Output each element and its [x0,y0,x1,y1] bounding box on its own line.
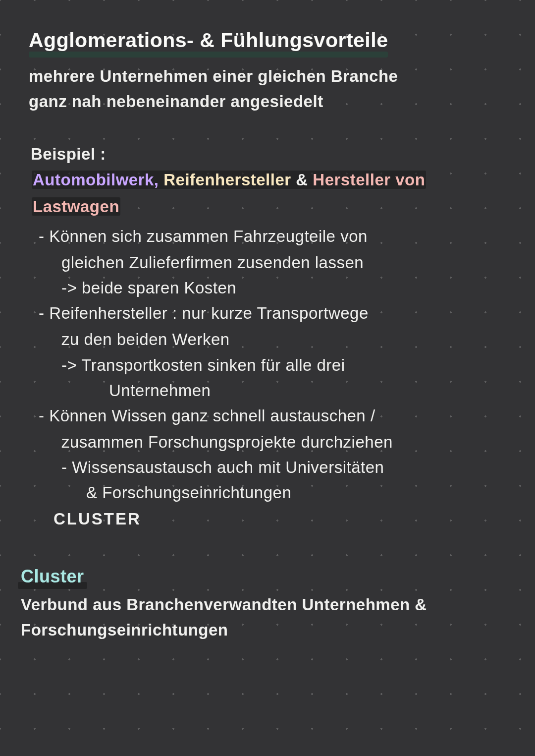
bullet-2-arrow-line-2: Unternehmen [39,378,506,403]
cluster-definition: Verbund aus Branchenverwandten Unternehm… [21,592,506,642]
cluster-capitals: CLUSTER [54,506,506,531]
bullet-3-line-2: zusammen Forschungsprojekte durchziehen [39,429,506,455]
example-highlight-row1: Automobilwerk, Reifenhersteller & Herste… [32,171,426,189]
subtitle: mehrere Unternehmen einer gleichen Branc… [29,63,506,114]
bullet-list: - Können sich zusammen Fahrzeugteile von… [39,224,506,532]
example-part-automobilwerk: Automobilwerk, [33,171,159,189]
page-title: Agglomerations- & Fühlungsvorteile [29,25,388,57]
example-text: Automobilwerk, Reifenhersteller & Herste… [32,167,506,221]
example-part-lastwagen: Lastwagen [33,197,119,216]
example-label: Beispiel : [31,141,506,167]
cluster-def-line-1: Verbund aus Branchenverwandten Unternehm… [21,592,506,617]
note-content: Agglomerations- & Fühlungsvorteile mehre… [29,25,506,643]
cluster-def-line-2: Forschungseinrichtungen [21,617,506,642]
bullet-3-sub-line-1: - Wissensaustausch auch mit Universitäte… [39,455,506,480]
bullet-1-line-2: gleichen Zulieferfirmen zusenden lassen [39,250,506,275]
example-highlight-row2: Lastwagen [32,197,120,216]
example-part-hersteller-von: Hersteller von [313,171,425,189]
subtitle-line-1: mehrere Unternehmen einer gleichen Branc… [29,63,506,89]
bullet-2-line-2: zu den beiden Werken [39,327,506,352]
subtitle-line-2: ganz nah nebeneinander angesiedelt [29,89,506,114]
bullet-1-arrow: -> beide sparen Kosten [39,275,506,300]
bullet-1-line-1: - Können sich zusammen Fahrzeugteile von [39,224,506,249]
bullet-3-sub-line-2: & Forschungseinrichtungen [39,480,506,505]
bullet-2-arrow-line-1: -> Transportkosten sinken für alle drei [39,352,506,378]
bullet-3-line-1: - Können Wissen ganz schnell austauschen… [39,403,506,428]
ampersand: & [296,171,308,189]
cluster-heading: Cluster [21,563,84,590]
example-part-reifenhersteller: Reifenhersteller [163,171,291,189]
cluster-section: Cluster Verbund aus Branchenverwandten U… [21,563,506,643]
bullet-2-line-1: - Reifenhersteller : nur kurze Transport… [39,300,506,326]
